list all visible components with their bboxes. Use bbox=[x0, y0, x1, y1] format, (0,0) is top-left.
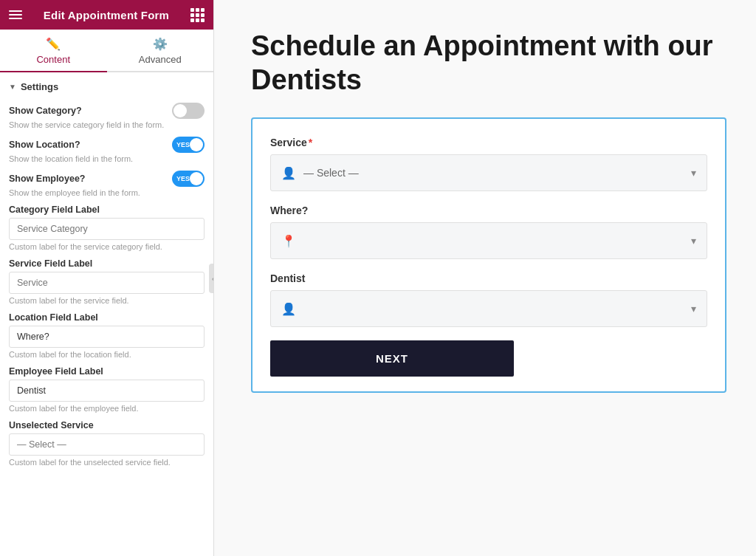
hamburger-icon[interactable] bbox=[9, 10, 22, 19]
gear-icon: ⚙️ bbox=[153, 37, 168, 51]
unselected-service-section: Unselected Service Custom label for the … bbox=[9, 420, 205, 467]
category-field-label: Category Field Label bbox=[9, 205, 205, 215]
settings-section-header: ▼ Settings bbox=[9, 81, 205, 92]
form-title-line1: Schedule an Appointment with our bbox=[251, 30, 713, 61]
show-location-toggle[interactable]: YES bbox=[172, 137, 205, 153]
dentist-group-label: Dentist bbox=[270, 272, 707, 284]
where-group: Where? 📍 ▾ bbox=[270, 205, 707, 259]
employee-field-section: Employee Field Label Custom label for th… bbox=[9, 366, 205, 413]
service-group: Service * 👤 — Select — ▾ bbox=[270, 137, 707, 191]
chevron-down-icon: ▾ bbox=[691, 303, 696, 315]
form-main-title: Schedule an Appointment with our Dentist… bbox=[251, 30, 726, 97]
grid-icon[interactable] bbox=[190, 8, 205, 22]
tab-content-label: Content bbox=[36, 54, 70, 65]
service-field-section: Service Field Label Custom label for the… bbox=[9, 258, 205, 305]
user-icon: 👤 bbox=[281, 302, 296, 316]
employee-field-label: Employee Field Label bbox=[9, 366, 205, 377]
right-panel: Schedule an Appointment with our Dentist… bbox=[214, 0, 756, 556]
where-group-label: Where? bbox=[270, 205, 707, 216]
location-field-section: Location Field Label Custom label for th… bbox=[9, 312, 205, 359]
tab-content[interactable]: ✏️ Content bbox=[0, 30, 107, 71]
show-location-hint: Show the location field in the form. bbox=[9, 154, 205, 163]
employee-field-hint: Custom label for the employee field. bbox=[9, 404, 205, 413]
location-field-input[interactable] bbox=[9, 326, 205, 348]
form-title-line2: Dentists bbox=[251, 64, 362, 95]
category-field-section: Category Field Label Custom label for th… bbox=[9, 205, 205, 251]
show-category-label: Show Category? bbox=[9, 106, 82, 116]
show-employee-toggle[interactable]: YES bbox=[172, 171, 205, 187]
category-field-hint: Custom label for the service category fi… bbox=[9, 242, 205, 251]
unselected-service-label: Unselected Service bbox=[9, 420, 205, 430]
location-pin-icon: 📍 bbox=[281, 234, 296, 248]
location-field-label: Location Field Label bbox=[9, 312, 205, 323]
service-field-label: Service Field Label bbox=[9, 258, 205, 269]
show-category-hint: Show the service category field in the f… bbox=[9, 120, 205, 129]
service-field-hint: Custom label for the service field. bbox=[9, 296, 205, 305]
show-location-row: Show Location? YES Show the location fie… bbox=[9, 137, 205, 163]
resize-handle[interactable] bbox=[209, 264, 214, 293]
show-category-row: Show Category? Show the service category… bbox=[9, 103, 205, 129]
chevron-down-icon: ▾ bbox=[691, 235, 696, 247]
header-bar: Edit Appointment Form bbox=[0, 0, 213, 30]
chevron-down-icon: ▼ bbox=[9, 83, 16, 91]
tab-advanced[interactable]: ⚙️ Advanced bbox=[107, 30, 214, 71]
show-employee-hint: Show the employee field in the form. bbox=[9, 188, 205, 197]
tab-advanced-label: Advanced bbox=[139, 54, 182, 65]
service-select[interactable]: 👤 — Select — ▾ bbox=[270, 154, 707, 191]
service-group-label: Service * bbox=[270, 137, 707, 148]
panel-title: Edit Appointment Form bbox=[44, 9, 169, 21]
dentist-group: Dentist 👤 ▾ bbox=[270, 272, 707, 327]
panel-content: ▼ Settings Show Category? Show the servi… bbox=[0, 72, 213, 556]
where-select[interactable]: 📍 ▾ bbox=[270, 222, 707, 259]
unselected-service-hint: Custom label for the unselected service … bbox=[9, 458, 205, 467]
appointment-form: Service * 👤 — Select — ▾ Where? 📍 ▾ bbox=[251, 117, 726, 393]
show-location-label: Show Location? bbox=[9, 140, 80, 150]
next-button[interactable]: NEXT bbox=[270, 340, 514, 377]
person-icon: 👤 bbox=[281, 166, 296, 180]
required-indicator: * bbox=[309, 137, 312, 148]
tabs-bar: ✏️ Content ⚙️ Advanced bbox=[0, 30, 213, 72]
category-field-input[interactable] bbox=[9, 218, 205, 240]
service-field-input[interactable] bbox=[9, 272, 205, 294]
settings-title: Settings bbox=[21, 81, 58, 92]
show-employee-row: Show Employee? YES Show the employee fie… bbox=[9, 171, 205, 197]
service-select-value: — Select — bbox=[303, 167, 691, 179]
show-category-toggle[interactable] bbox=[172, 103, 205, 119]
show-employee-label: Show Employee? bbox=[9, 174, 86, 184]
location-field-hint: Custom label for the location field. bbox=[9, 350, 205, 359]
dentist-select[interactable]: 👤 ▾ bbox=[270, 290, 707, 327]
chevron-down-icon: ▾ bbox=[691, 167, 696, 179]
left-panel: Edit Appointment Form ✏️ Content ⚙️ Adva… bbox=[0, 0, 214, 556]
employee-field-input[interactable] bbox=[9, 380, 205, 402]
pencil-icon: ✏️ bbox=[46, 37, 61, 51]
unselected-service-input[interactable] bbox=[9, 433, 205, 456]
